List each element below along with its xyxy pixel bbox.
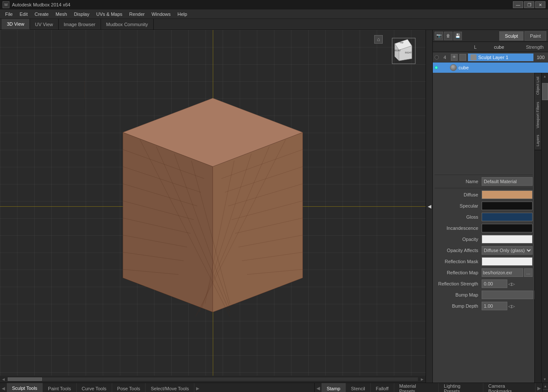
preset-tab-stencil[interactable]: Stencil bbox=[346, 383, 371, 392]
prop-opacity-row: Opacity bbox=[435, 235, 533, 244]
menu-edit[interactable]: Edit bbox=[16, 11, 31, 18]
cube-object-row[interactable]: cube bbox=[433, 62, 548, 73]
reflection-map-browse-button[interactable]: … bbox=[524, 268, 533, 277]
reflection-mask-swatch[interactable] bbox=[482, 257, 533, 266]
reflection-strength-slider[interactable]: ◁▷ bbox=[508, 282, 515, 286]
tab-select-move-tools[interactable]: Select/Move Tools bbox=[146, 383, 194, 392]
nav-cube-svg: top FRONT RIGHT bbox=[386, 35, 420, 69]
prop-reflection-strength-row: Reflection Strength ◁▷ bbox=[435, 279, 533, 288]
opacity-color-swatch[interactable] bbox=[482, 235, 533, 244]
side-tab-strip: Object List Viewport Filters Layers bbox=[534, 73, 541, 383]
tool-tabs-scroll-left[interactable]: ◀ bbox=[0, 383, 7, 392]
panel-sculpt-btn[interactable]: Sculpt bbox=[499, 31, 524, 41]
reflection-map-input[interactable]: bes/horizon.exr bbox=[482, 268, 523, 277]
cube-sphere-icon bbox=[450, 64, 457, 71]
sculpt-layer-name[interactable]: Sculpt Layer 1 bbox=[468, 53, 533, 61]
minimize-button[interactable]: — bbox=[513, 1, 523, 8]
viewport-scrollbar[interactable]: ◀ ▶ bbox=[0, 376, 426, 383]
menu-mesh[interactable]: Mesh bbox=[52, 11, 71, 18]
tab-3d-view[interactable]: 3D View bbox=[2, 19, 30, 30]
bump-depth-input[interactable] bbox=[482, 302, 507, 310]
tab-sculpt-tools[interactable]: Sculpt Tools bbox=[7, 383, 43, 392]
menu-display[interactable]: Display bbox=[71, 11, 93, 18]
presets-vscroll-up[interactable]: ▲ bbox=[543, 383, 548, 390]
layer-radio-1[interactable] bbox=[435, 55, 439, 59]
menu-uvs-maps[interactable]: UVs & Maps bbox=[93, 11, 126, 18]
scrollbar-down-button[interactable]: ▼ bbox=[542, 376, 548, 383]
prop-bump-depth-value: ◁▷ bbox=[482, 302, 533, 310]
bump-depth-slider[interactable]: ◁▷ bbox=[508, 304, 515, 309]
prop-name-label: Name bbox=[435, 179, 482, 184]
layers-strength-header: Strength bbox=[526, 45, 545, 50]
bump-map-row bbox=[482, 291, 534, 299]
svg-text:RIGHT: RIGHT bbox=[405, 51, 412, 54]
menu-windows[interactable]: Windows bbox=[148, 11, 174, 18]
viewport-scroll-thumb[interactable] bbox=[8, 377, 42, 381]
scrollbar-thumb[interactable] bbox=[542, 83, 548, 100]
bottom-section: ◀ Sculpt Tools Paint Tools Curve Tools P… bbox=[0, 383, 548, 392]
tab-pose-tools[interactable]: Pose Tools bbox=[112, 383, 146, 392]
presets-vscroll-track bbox=[543, 390, 548, 392]
menu-file[interactable]: File bbox=[2, 11, 16, 18]
side-tab-viewport-filters[interactable]: Viewport Filters bbox=[535, 98, 541, 132]
panel-btn-photo[interactable]: 📷 bbox=[435, 32, 443, 40]
preset-tab-falloff[interactable]: Falloff bbox=[371, 383, 394, 392]
preset-tabs: ◀ Stamp Stencil Falloff Material Presets… bbox=[315, 383, 542, 392]
preset-tab-material-presets[interactable]: Material Presets bbox=[394, 383, 439, 392]
viewport-scroll-right[interactable]: ▶ bbox=[419, 376, 426, 383]
prop-name-input[interactable] bbox=[482, 177, 533, 186]
home-button[interactable]: ⌂ bbox=[374, 35, 383, 44]
tab-image-browser[interactable]: Image Browser bbox=[59, 19, 101, 30]
prop-reflection-map-label: Reflection Map bbox=[435, 270, 482, 275]
side-tab-layers[interactable]: Layers bbox=[535, 131, 541, 150]
tab-curve-tools[interactable]: Curve Tools bbox=[77, 383, 112, 392]
scrollbar-up-button[interactable]: ▲ bbox=[542, 73, 548, 80]
reflection-strength-input[interactable] bbox=[482, 279, 507, 288]
navigation-cube[interactable]: top FRONT RIGHT bbox=[386, 35, 420, 69]
sculpt-layer-row[interactable]: 4 👁 Sculpt Layer 1 100 bbox=[433, 52, 548, 62]
side-tab-object-list[interactable]: Object List bbox=[535, 73, 541, 98]
svg-text:top: top bbox=[400, 41, 404, 44]
presets-vertical-scrollbar[interactable]: ▲ ▼ bbox=[542, 383, 548, 392]
panel-paint-btn[interactable]: Paint bbox=[524, 31, 546, 41]
incandescence-color-swatch[interactable] bbox=[482, 224, 533, 232]
prop-gloss-label: Gloss bbox=[435, 214, 482, 220]
bump-map-swatch[interactable] bbox=[482, 291, 533, 299]
viewport-scroll-left[interactable]: ◀ bbox=[0, 376, 7, 383]
menu-render[interactable]: Render bbox=[126, 11, 148, 18]
close-button[interactable]: ✕ bbox=[535, 1, 545, 8]
prop-reflection-map-value: bes/horizon.exr … bbox=[482, 268, 533, 277]
panel-btn-save[interactable]: 💾 bbox=[453, 32, 462, 40]
gloss-color-swatch[interactable] bbox=[482, 213, 533, 221]
tab-paint-tools[interactable]: Paint Tools bbox=[43, 383, 77, 392]
specular-color-swatch[interactable] bbox=[482, 202, 533, 210]
cube-object-name: cube bbox=[459, 65, 546, 70]
restore-button[interactable]: ❐ bbox=[524, 1, 534, 8]
menu-help[interactable]: Help bbox=[174, 11, 191, 18]
preset-tab-stamp[interactable]: Stamp bbox=[322, 383, 346, 392]
panel-toggle-button[interactable]: ◀ bbox=[426, 30, 432, 383]
preset-tab-lighting-presets[interactable]: Lighting Presets bbox=[439, 383, 483, 392]
diffuse-color-swatch[interactable] bbox=[482, 190, 533, 199]
prop-incandescence-label: Incandescence bbox=[435, 226, 482, 231]
preset-tabs-scroll-left[interactable]: ◀ bbox=[315, 383, 322, 392]
layer-eye-icon[interactable]: 👁 bbox=[451, 54, 458, 61]
right-panel-scrollbar[interactable]: ▲ ▼ bbox=[541, 73, 548, 383]
tab-mudbox-community[interactable]: Mudbox Community bbox=[101, 19, 154, 30]
preset-tabs-scroll-right[interactable]: ▶ bbox=[536, 383, 542, 392]
layer-lock-icon[interactable] bbox=[459, 54, 466, 61]
object-active-dot bbox=[435, 66, 438, 69]
tool-tabs-scroll-right[interactable]: ▶ bbox=[194, 383, 201, 392]
properties-scroll-area[interactable]: Name Diffuse S bbox=[433, 73, 534, 383]
title-bar-controls[interactable]: — ❐ ✕ bbox=[513, 1, 545, 8]
tab-uv-view[interactable]: UV View bbox=[30, 19, 59, 30]
opacity-affects-select[interactable]: Diffuse Only (glass) bbox=[482, 246, 533, 255]
presets-section: ◀ Stamp Stencil Falloff Material Presets… bbox=[314, 383, 542, 392]
viewport-3d[interactable]: top FRONT RIGHT ⌂ ◀ ▶ bbox=[0, 30, 426, 383]
right-panel-body: Name Diffuse S bbox=[433, 73, 548, 383]
prop-gloss-row: Gloss bbox=[435, 212, 533, 222]
panel-btn-delete[interactable]: 🗑 bbox=[444, 32, 453, 40]
preset-tab-camera-bookmarks[interactable]: Camera Bookmarks bbox=[483, 383, 536, 392]
viewport-scroll-track[interactable] bbox=[8, 377, 418, 381]
menu-create[interactable]: Create bbox=[31, 11, 52, 18]
